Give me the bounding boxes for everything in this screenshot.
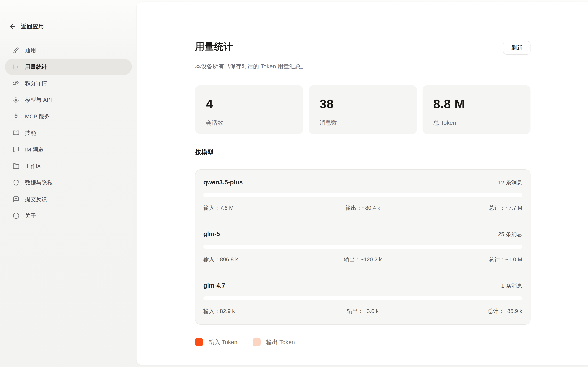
- model-message-count: 25 条消息: [498, 230, 522, 238]
- model-row-glm-4-7: glm-4.7 1 条消息 输入：82.9 k 输出：~3.0 k 总计：~85…: [195, 273, 530, 324]
- total-tokens-label: 总 Token: [433, 119, 520, 127]
- shield-icon: [13, 179, 19, 186]
- messages-label: 消息数: [320, 119, 406, 127]
- stat-card-total-tokens: 8.8 M 总 Token: [423, 85, 531, 134]
- settings-sidebar: 返回应用 通用 用量统计 积分详情 模型与 API MCP 服务 技能 I: [0, 0, 136, 367]
- book-open-icon: [13, 130, 19, 136]
- sidebar-item-label: IM 频道: [25, 146, 44, 153]
- token-legend: 输入 Token 输出 Token: [195, 338, 531, 346]
- sidebar-item-workspace[interactable]: 工作区: [5, 158, 132, 174]
- model-name: glm-4.7: [203, 282, 225, 289]
- refresh-button[interactable]: 刷新: [503, 41, 531, 55]
- legend-item-output: 输出 Token: [253, 338, 295, 346]
- sessions-count: 4: [206, 98, 292, 110]
- model-total-tokens: 总计：~85.9 k: [416, 307, 522, 315]
- sidebar-item-label: 通用: [25, 47, 36, 54]
- model-total-tokens: 总计：~1.0 M: [416, 256, 522, 263]
- model-name: glm-5: [203, 230, 220, 237]
- model-row-glm-5: glm-5 25 条消息 输入：896.8 k 输出：~120.2 k 总计：~…: [195, 221, 530, 273]
- sidebar-item-feedback[interactable]: 提交反馈: [5, 191, 132, 208]
- sidebar-item-label: 关于: [25, 212, 36, 220]
- token-usage-bar: [203, 193, 522, 197]
- sidebar-item-label: 模型与 API: [25, 96, 52, 104]
- model-output-tokens: 输出：~3.0 k: [310, 307, 416, 315]
- sidebar-item-label: 提交反馈: [25, 195, 47, 203]
- sidebar-item-label: 技能: [25, 129, 36, 137]
- message-square-plus-icon: [13, 196, 19, 202]
- folder-icon: [13, 163, 19, 169]
- model-message-count: 1 条消息: [501, 282, 522, 290]
- sessions-label: 会话数: [206, 119, 292, 127]
- bar-chart-icon: [13, 64, 19, 70]
- sidebar-item-label: 积分详情: [25, 80, 47, 87]
- legend-item-input: 输入 Token: [195, 338, 237, 346]
- main-panel: 用量统计 刷新 本设备所有已保存对话的 Token 用量汇总。 4 会话数 38…: [136, 2, 588, 365]
- usage-stats-page: 用量统计 刷新 本设备所有已保存对话的 Token 用量汇总。 4 会话数 38…: [195, 2, 531, 365]
- input-token-label: 输入 Token: [209, 338, 237, 346]
- model-input-tokens: 输入：896.8 k: [203, 256, 310, 263]
- model-name: qwen3.5-plus: [203, 179, 243, 186]
- sidebar-item-label: MCP 服务: [25, 113, 50, 120]
- by-model-heading: 按模型: [195, 148, 531, 156]
- arrow-left-icon: [9, 23, 16, 30]
- page-subtitle: 本设备所有已保存对话的 Token 用量汇总。: [195, 63, 531, 70]
- message-square-icon: [13, 146, 19, 153]
- models-usage-panel: qwen3.5-plus 12 条消息 输入：7.6 M 输出：~80.4 k …: [195, 169, 531, 325]
- pen-icon: [13, 47, 19, 54]
- sidebar-item-models-api[interactable]: 模型与 API: [5, 92, 132, 108]
- model-input-tokens: 输入：7.6 M: [203, 204, 310, 212]
- model-input-tokens: 输入：82.9 k: [203, 307, 310, 315]
- sidebar-item-usage-stats[interactable]: 用量统计: [5, 58, 132, 75]
- sidebar-item-label: 用量统计: [25, 63, 47, 71]
- back-to-app-button[interactable]: 返回应用: [9, 23, 132, 30]
- page-title: 用量统计: [195, 40, 233, 53]
- model-output-tokens: 输出：~120.2 k: [310, 256, 416, 263]
- summary-cards: 4 会话数 38 消息数 8.8 M 总 Token: [195, 85, 531, 134]
- sidebar-item-skills[interactable]: 技能: [5, 125, 132, 141]
- stat-card-sessions: 4 会话数: [195, 85, 303, 134]
- model-message-count: 12 条消息: [498, 179, 522, 186]
- sidebar-item-general[interactable]: 通用: [5, 42, 132, 58]
- sidebar-item-credits[interactable]: 积分详情: [5, 75, 132, 92]
- output-token-swatch: [253, 338, 261, 346]
- messages-count: 38: [320, 98, 406, 110]
- sidebar-nav: 通用 用量统计 积分详情 模型与 API MCP 服务 技能 IM 频道 工作: [5, 42, 132, 224]
- sidebar-item-im-channels[interactable]: IM 频道: [5, 141, 132, 158]
- model-total-tokens: 总计：~7.7 M: [416, 204, 522, 212]
- sidebar-item-data-privacy[interactable]: 数据与隐私: [5, 174, 132, 191]
- token-usage-bar: [203, 245, 522, 249]
- model-row-qwen3-5-plus: qwen3.5-plus 12 条消息 输入：7.6 M 输出：~80.4 k …: [195, 170, 530, 221]
- model-output-tokens: 输出：~80.4 k: [310, 204, 416, 212]
- token-usage-bar: [203, 296, 522, 300]
- back-to-app-label: 返回应用: [21, 23, 44, 30]
- sidebar-item-label: 工作区: [25, 162, 41, 170]
- sidebar-item-label: 数据与隐私: [25, 179, 53, 187]
- coins-icon: [13, 80, 19, 87]
- page-header: 用量统计 刷新: [195, 40, 531, 55]
- info-circle-icon: [13, 212, 19, 219]
- stat-card-messages: 38 消息数: [309, 85, 417, 134]
- output-token-label: 输出 Token: [266, 338, 295, 346]
- plug-icon: [13, 113, 19, 120]
- sidebar-item-about[interactable]: 关于: [5, 208, 132, 224]
- total-tokens-count: 8.8 M: [433, 98, 520, 110]
- cpu-icon: [13, 97, 19, 103]
- input-token-swatch: [195, 338, 203, 346]
- sidebar-item-mcp-services[interactable]: MCP 服务: [5, 108, 132, 125]
